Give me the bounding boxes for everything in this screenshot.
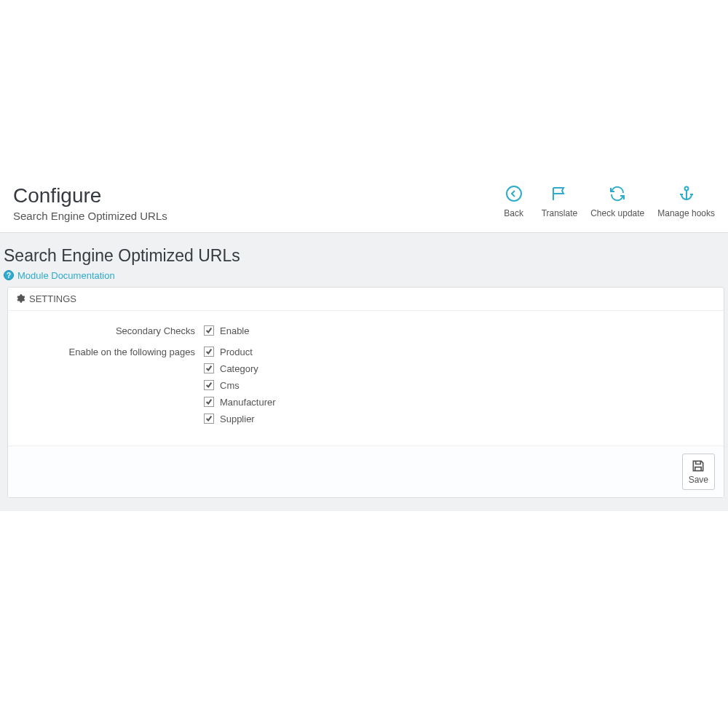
toolbar: Back Translate Check update Manage hooks [499,183,715,218]
manage-hooks-label: Manage hooks [657,208,715,218]
module-title: Search Engine Optimized URLs [4,246,724,270]
manufacturer-checkbox[interactable] [204,397,214,407]
check-update-label: Check update [590,208,644,218]
manufacturer-label: Manufacturer [220,397,276,408]
back-button[interactable]: Back [499,183,529,218]
save-label: Save [689,475,708,485]
back-icon [504,183,524,204]
doc-link-row: ? Module Documentation [4,270,724,281]
manage-hooks-button[interactable]: Manage hooks [657,183,715,218]
save-button[interactable]: Save [682,454,715,490]
svg-point-0 [507,186,521,201]
save-icon [691,459,705,473]
secondary-checks-label: Secondary Checks [19,325,204,336]
cms-label: Cms [220,380,240,391]
enable-checkbox-label: Enable [220,325,249,336]
translate-button[interactable]: Translate [542,183,578,218]
svg-point-1 [684,187,688,191]
page-subtitle: Search Engine Optimized URLs [13,210,167,222]
settings-panel: SETTINGS Secondary Checks Enable [7,287,724,498]
translate-label: Translate [542,208,578,218]
anchor-icon [676,183,697,204]
check-update-button[interactable]: Check update [590,183,644,218]
enable-checkbox[interactable] [204,325,214,336]
category-label: Category [220,363,258,374]
supplier-checkbox[interactable] [204,414,214,424]
product-checkbox[interactable] [204,347,214,357]
gear-icon [15,293,25,304]
module-documentation-link[interactable]: Module Documentation [17,270,115,281]
help-icon: ? [4,270,14,280]
back-label: Back [504,208,523,218]
panel-heading: SETTINGS [8,288,724,311]
cms-checkbox[interactable] [204,380,214,390]
panel-heading-text: SETTINGS [29,293,76,304]
refresh-icon [607,183,628,204]
product-label: Product [220,347,253,357]
page-title: Configure [13,183,167,208]
supplier-label: Supplier [220,414,255,424]
pages-label: Enable on the following pages [19,347,204,424]
flag-icon [549,183,569,204]
category-checkbox[interactable] [204,363,214,373]
